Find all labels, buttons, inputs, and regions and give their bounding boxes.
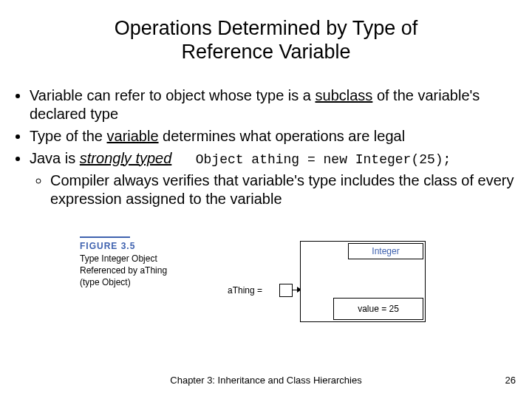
bullet-1: Variable can refer to object whose type … (30, 86, 519, 124)
object-box: Integer value = 25 (300, 241, 426, 322)
figure-caption-line-3: (type Object) (80, 277, 131, 287)
page-number: 26 (505, 375, 516, 386)
bullet-3-code: Object athing = new Integer(25); (171, 152, 451, 167)
title-line-2: Reference Variable (181, 41, 350, 63)
reference-box (279, 284, 293, 297)
title-line-1: Operations Determined by Type of (115, 17, 418, 39)
integer-label-box: Integer (348, 243, 423, 259)
figure-3-5: FIGURE 3.5 Type Integer Object Reference… (80, 236, 449, 355)
bullet-3: Java is strongly typed Object athing = n… (30, 149, 519, 209)
figure-caption-line-2: Referenced by aThing (80, 265, 167, 276)
bullet-3-italic-underline: strongly typed (80, 150, 172, 166)
figure-caption-line-1: Type Integer Object (80, 253, 157, 264)
diagram: aThing = Integer value = 25 (220, 241, 442, 344)
bullet-list: Variable can refer to object whose type … (13, 86, 519, 209)
bullet-2: Type of the variable determines what ope… (30, 127, 519, 146)
sub-bullet-list: Compiler always verifies that variable's… (30, 171, 519, 209)
bullet-1-pre: Variable can refer to object whose type … (30, 87, 316, 103)
value-box: value = 25 (333, 298, 423, 320)
bullet-1-underline: subclass (316, 87, 373, 103)
bullet-3-pre: Java is (30, 150, 80, 166)
bullet-2-underline: variable (107, 128, 159, 144)
bullet-2-post: determines what operations are legal (159, 128, 406, 144)
bullet-2-pre: Type of the (30, 128, 107, 144)
footer-text: Chapter 3: Inheritance and Class Hierarc… (0, 375, 532, 386)
slide: Operations Determined by Type of Referen… (0, 0, 532, 399)
sub-bullet-1: Compiler always verifies that variable's… (50, 171, 519, 209)
footer: Chapter 3: Inheritance and Class Hierarc… (0, 375, 532, 386)
figure-rule (80, 236, 130, 238)
content-area: Variable can refer to object whose type … (0, 64, 532, 209)
athing-label: aThing = (228, 285, 262, 296)
slide-title: Operations Determined by Type of Referen… (0, 0, 532, 64)
